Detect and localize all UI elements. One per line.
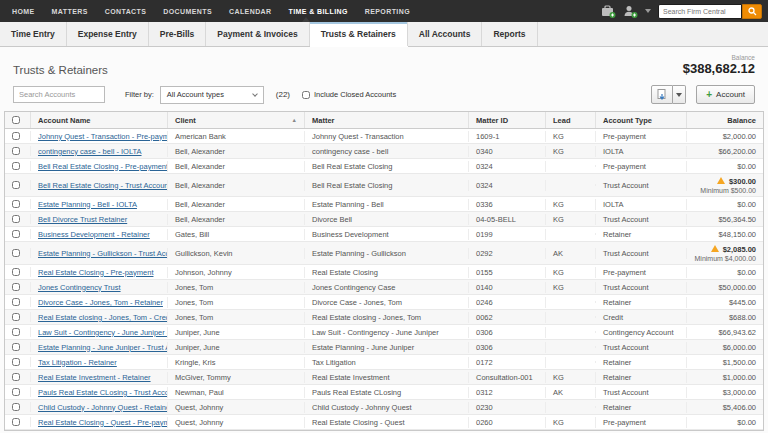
table-row: Law Suit - Contingency - June Juniper - … (5, 325, 763, 340)
balance-amount: $688.00 (729, 313, 756, 322)
export-options-caret[interactable] (673, 85, 686, 104)
global-search-input[interactable] (658, 4, 742, 19)
account-name-link[interactable]: Bell Real Estate Closing - Trust Account (38, 181, 168, 190)
nav-item-home[interactable]: HOME (12, 8, 35, 15)
column-header-lead[interactable]: Lead (546, 112, 596, 128)
select-all-checkbox[interactable] (12, 116, 20, 124)
tab-reports[interactable]: Reports (482, 22, 537, 46)
cell-client: Jones, Tom (168, 297, 305, 308)
balance-amount: $66,943.62 (718, 328, 756, 337)
account-name-link[interactable]: Jones Contingency Trust (38, 283, 121, 292)
row-checkbox[interactable] (12, 230, 20, 238)
tab-all-accounts[interactable]: All Accounts (408, 22, 483, 46)
add-contact-person-icon[interactable] (623, 5, 638, 18)
filter-by-label: Filter by: (125, 90, 154, 99)
nav-item-matters[interactable]: MATTERS (52, 8, 88, 15)
cell-account-type: Retainer (596, 229, 687, 240)
row-checkbox[interactable] (12, 343, 20, 351)
page-title: Trusts & Retainers (13, 64, 108, 76)
account-name-link[interactable]: Real Estate Closing - Pre-payment (38, 268, 153, 277)
nav-item-documents[interactable]: DOCUMENTS (163, 8, 212, 15)
tab-expense-entry[interactable]: Expense Entry (67, 22, 149, 46)
account-name-link[interactable]: Law Suit - Contingency - June Juniper - … (38, 328, 168, 337)
row-checkbox[interactable] (12, 298, 20, 306)
account-name-link[interactable]: Real Estate Investment - Retainer (38, 373, 151, 382)
cell-client: Jones, Tom (168, 282, 305, 293)
row-checkbox[interactable] (12, 181, 20, 189)
user-menu-caret-icon[interactable] (645, 9, 651, 13)
cell-balance: $56,364.50 (687, 214, 763, 225)
column-header-balance[interactable]: Balance (687, 112, 763, 128)
cell-balance: $0.00 (687, 417, 763, 428)
account-name-link[interactable]: Pauls Real Estate CLosing - Trust Accoun… (38, 388, 168, 397)
cell-client: Gullickson, Kevin (168, 248, 305, 259)
tab-time-entry[interactable]: Time Entry (0, 22, 67, 46)
balance-amount: $50,000.00 (718, 283, 756, 292)
row-checkbox[interactable] (12, 215, 20, 223)
account-name-link[interactable]: Johnny Quest - Transaction - Pre-payment (38, 132, 168, 141)
row-checkbox[interactable] (12, 200, 20, 208)
account-name-link[interactable]: Estate Planning - June Juniper - Trust A… (38, 343, 168, 352)
account-name-link[interactable]: Estate Planning - Gullickson - Trust Acc… (38, 249, 168, 258)
row-checkbox[interactable] (12, 268, 20, 276)
account-name-link[interactable]: Bell Divorce Trust Retainer (38, 215, 127, 224)
row-checkbox[interactable] (12, 418, 20, 426)
cell-matter: Real Estate Investment (305, 372, 469, 383)
cell-client: McGiver, Tommy (168, 372, 305, 383)
cell-client: Juniper, June (168, 342, 305, 353)
row-checkbox[interactable] (12, 388, 20, 396)
cell-lead (546, 346, 596, 348)
include-closed-checkbox[interactable] (302, 91, 310, 99)
account-name-link[interactable]: Business Development - Retainer (38, 230, 150, 239)
cell-matter: contingency case - bell (305, 146, 469, 157)
cell-account-type: Retainer (596, 297, 687, 308)
table-header-row: Account Name Client ▲ Matter Matter ID L… (5, 112, 763, 129)
account-name-link[interactable]: Real Estate closing - Jones, Tom - Credi… (38, 313, 168, 322)
cell-balance: $445.00 (687, 297, 763, 308)
account-type-filter-select[interactable]: All Account types (160, 86, 264, 104)
nav-item-calendar[interactable]: CALENDAR (229, 8, 271, 15)
tab-payment-invoices[interactable]: Payment & Invoices (206, 22, 309, 46)
column-header-matter-id[interactable]: Matter ID (469, 112, 546, 128)
account-name-link[interactable]: Real Estate Closing - Quest - Pre-paymen… (38, 418, 168, 427)
add-account-button[interactable]: + Account (696, 85, 755, 104)
account-name-link[interactable]: contingency case - bell - IOLTA (38, 147, 142, 156)
row-checkbox[interactable] (12, 249, 20, 257)
row-checkbox[interactable] (12, 328, 20, 336)
row-checkbox[interactable] (12, 373, 20, 381)
account-name-link[interactable]: Bell Real Estate Closing - Pre-payment (38, 162, 168, 171)
cell-account-type: Retainer (596, 372, 687, 383)
account-name-link[interactable]: Divorce Case - Jones, Tom - Retainer (38, 298, 163, 307)
column-header-account-type[interactable]: Account Type (596, 112, 687, 128)
global-search-button[interactable] (742, 4, 762, 19)
row-checkbox[interactable] (12, 313, 20, 321)
nav-item-time-billing[interactable]: TIME & BILLING (289, 8, 348, 15)
balance-amount: $0.00 (737, 162, 756, 171)
balance-amount: $6,000.00 (723, 343, 756, 352)
tab-trusts-retainers[interactable]: Trusts & Retainers (310, 22, 408, 46)
account-name-link[interactable]: Child Custody - Johnny Quest - Retainer (38, 403, 168, 412)
table-row: Estate Planning - June Juniper - Trust A… (5, 340, 763, 355)
cell-account-type: Trust Account (596, 342, 687, 353)
column-header-account-name[interactable]: Account Name (31, 112, 168, 128)
row-checkbox[interactable] (12, 283, 20, 291)
row-checkbox[interactable] (12, 162, 20, 170)
row-checkbox[interactable] (12, 358, 20, 366)
balance-amount: $300.00 (729, 177, 756, 186)
add-matter-briefcase-icon[interactable] (601, 5, 616, 18)
cell-balance: $50,000.00 (687, 282, 763, 293)
nav-item-contacts[interactable]: CONTACTS (105, 8, 147, 15)
column-header-client[interactable]: Client ▲ (168, 112, 305, 128)
column-header-matter[interactable]: Matter (305, 112, 469, 128)
tab-pre-bills[interactable]: Pre-Bills (149, 22, 207, 46)
row-checkbox[interactable] (12, 147, 20, 155)
row-checkbox[interactable] (12, 132, 20, 140)
row-checkbox[interactable] (12, 403, 20, 411)
export-button[interactable] (651, 85, 673, 104)
cell-client: Kringle, Kris (168, 357, 305, 368)
cell-balance: $0.00 (687, 199, 763, 210)
account-name-link[interactable]: Estate Planning - Bell - IOLTA (38, 200, 137, 209)
search-accounts-input[interactable] (13, 86, 105, 103)
nav-item-reporting[interactable]: REPORTING (365, 8, 410, 15)
account-name-link[interactable]: Tax Litigation - Retainer (38, 358, 117, 367)
